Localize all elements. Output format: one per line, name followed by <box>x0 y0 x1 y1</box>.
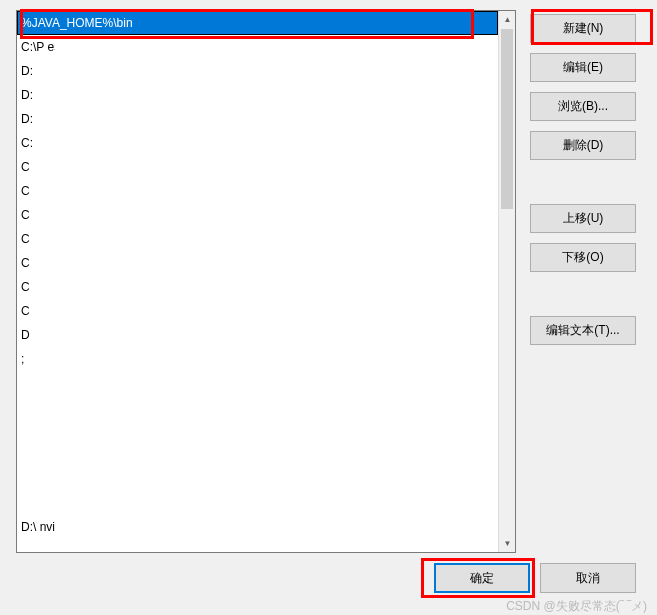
list-item[interactable] <box>17 491 498 515</box>
spacer <box>530 170 636 194</box>
scroll-down-button[interactable]: ▼ <box>499 535 516 552</box>
list-item[interactable]: C:\P es\Com <box>17 35 498 59</box>
delete-button[interactable]: 删除(D) <box>530 131 636 160</box>
browse-button[interactable]: 浏览(B)... <box>530 92 636 121</box>
new-button[interactable]: 新建(N) <box>530 14 636 43</box>
list-item[interactable]: D:\ nvironment\ code e\ mi <box>17 515 498 539</box>
list-item[interactable]: C <box>17 275 498 299</box>
scroll-thumb[interactable] <box>501 29 513 209</box>
list-item[interactable]: C <box>17 227 498 251</box>
path-list: %JAVA_HOME%\bin C:\P es\Com D: D: D: C: … <box>16 10 516 553</box>
list-item[interactable]: C: <box>17 131 498 155</box>
content-area: %JAVA_HOME%\bin C:\P es\Com D: D: D: C: … <box>8 0 648 553</box>
cancel-button[interactable]: 取消 <box>540 563 636 593</box>
scroll-up-button[interactable]: ▲ <box>499 11 516 28</box>
list-item[interactable] <box>17 395 498 419</box>
list-item[interactable]: ; <box>17 347 498 371</box>
edit-text-button[interactable]: 编辑文本(T)... <box>530 316 636 345</box>
list-item-selected[interactable]: %JAVA_HOME%\bin <box>17 11 498 35</box>
list-item[interactable]: C <box>17 155 498 179</box>
list-item[interactable]: D: <box>17 59 498 83</box>
ok-button[interactable]: 确定 <box>434 563 530 593</box>
list-item[interactable]: D: <box>17 107 498 131</box>
path-list-scroll: %JAVA_HOME%\bin C:\P es\Com D: D: D: C: … <box>17 11 498 552</box>
watermark-text: CSDN @失败尽常态(‾ ‾メ) <box>506 598 647 615</box>
edit-button[interactable]: 编辑(E) <box>530 53 636 82</box>
list-item[interactable]: C <box>17 251 498 275</box>
vertical-scrollbar[interactable]: ▲ ▼ <box>498 11 515 552</box>
list-item[interactable] <box>17 419 498 443</box>
list-item[interactable]: D <box>17 323 498 347</box>
button-column: 新建(N) 编辑(E) 浏览(B)... 删除(D) 上移(U) 下移(O) 编… <box>530 10 636 553</box>
move-down-button[interactable]: 下移(O) <box>530 243 636 272</box>
list-item[interactable]: C <box>17 203 498 227</box>
env-var-edit-dialog: %JAVA_HOME%\bin C:\P es\Com D: D: D: C: … <box>8 0 648 605</box>
list-item[interactable] <box>17 467 498 491</box>
dialog-button-bar: 确定 取消 <box>434 563 636 593</box>
list-item[interactable]: C <box>17 299 498 323</box>
list-item[interactable]: D: <box>17 83 498 107</box>
spacer <box>530 282 636 306</box>
list-item[interactable] <box>17 371 498 395</box>
move-up-button[interactable]: 上移(U) <box>530 204 636 233</box>
list-item[interactable]: C <box>17 179 498 203</box>
list-item[interactable] <box>17 443 498 467</box>
